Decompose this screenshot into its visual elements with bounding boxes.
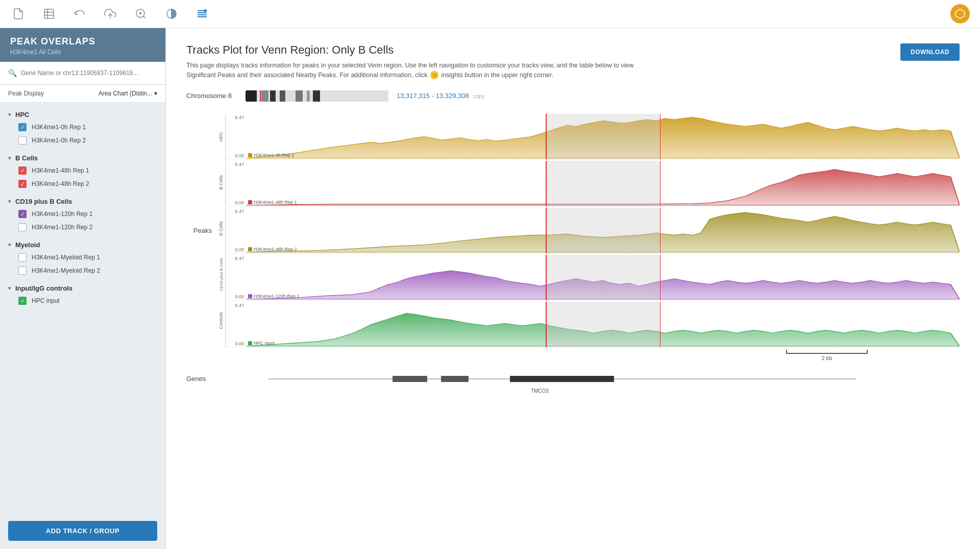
copy-button[interactable]: copy xyxy=(473,93,485,99)
track-name: H3K4me1-48h Rep 1 xyxy=(32,167,89,174)
sidebar: PEAK OVERLAPS H3K4me1 All Cells 🔍 Peak D… xyxy=(0,28,166,549)
sidebar-title: PEAK OVERLAPS xyxy=(10,36,155,47)
track-groups-list: ▾ HPC ✓ H3K4me1-0h Rep 1 H3K4me1-0h Rep … xyxy=(0,103,165,513)
side-label-bcells2: B Cells xyxy=(217,206,225,252)
chromosome-label: Chromosome 8 xyxy=(186,92,237,100)
track-checkbox[interactable] xyxy=(18,253,27,261)
track-item[interactable]: ✓ H3K4me1-48h Rep 2 xyxy=(0,177,165,190)
track-name: H3K4me1-120h Rep 1 xyxy=(32,210,92,218)
track-legend-cd19: H3K4me1-120h Rep 1 xyxy=(248,294,300,299)
gene-name: TMCO3 xyxy=(531,388,549,394)
group-name-hpc: HPC xyxy=(15,111,29,118)
search-input[interactable] xyxy=(21,69,157,77)
app-icon[interactable] xyxy=(950,4,970,23)
track-name: H3K4me1-48h Rep 2 xyxy=(32,180,89,187)
track-legend-controls: HPC input xyxy=(248,341,275,346)
download-button[interactable]: DOWNLOAD xyxy=(900,43,960,61)
y-axis-controls: 6.47 0.00 xyxy=(226,302,246,347)
track-checkbox[interactable] xyxy=(18,267,27,275)
tracks-area: Peaks HPC B Cells B Cells CD19 plus xyxy=(186,114,960,348)
side-label-bcells1: B Cells xyxy=(217,160,225,206)
page-header-left: Tracks Plot for Venn Region: Only B Cell… xyxy=(186,43,646,80)
track-chart-bcells1: 6.47 0.00 xyxy=(225,161,960,207)
charts-column: 6.47 0.00 xyxy=(225,114,960,348)
chromosome-bar xyxy=(246,90,388,102)
track-chart-hpc: 6.47 0.00 xyxy=(225,114,960,160)
track-item[interactable]: H3K4me1-Myeloid Rep 1 xyxy=(0,251,165,264)
track-checkbox[interactable]: ✓ xyxy=(18,166,27,175)
chromosome-position[interactable]: 13,317,315 - 13,329,308 copy xyxy=(397,92,485,100)
track-name: H3K4me1-0h Rep 1 xyxy=(32,124,86,131)
group-header-controls[interactable]: ▾ Input/IgG controls xyxy=(0,280,165,294)
peak-display-dropdown[interactable]: Area Chart (Distin... ▾ xyxy=(99,90,157,97)
chevron-icon: ▾ xyxy=(8,155,11,161)
contrast-icon[interactable] xyxy=(163,6,180,22)
group-name-controls: Input/IgG controls xyxy=(15,284,72,292)
y-axis-bcells1: 6.47 0.00 xyxy=(226,161,246,206)
group-header-hpc[interactable]: ▾ HPC xyxy=(0,107,165,121)
gene-block-main xyxy=(510,376,614,382)
side-label-cd19: CD19 plus B Cells xyxy=(217,252,225,298)
sidebar-search-row: 🔍 xyxy=(0,62,165,85)
group-header-bcells[interactable]: ▾ B Cells xyxy=(0,150,165,164)
track-checkbox[interactable]: ✓ xyxy=(18,210,27,218)
track-name: HPC input xyxy=(32,297,60,304)
group-header-cd19[interactable]: ▾ CD19 plus B Cells xyxy=(0,194,165,207)
sidebar-header: PEAK OVERLAPS H3K4me1 All Cells xyxy=(0,28,165,62)
track-legend-bcells1: H3K4me1-48h Rep 1 xyxy=(248,200,297,205)
toolbar xyxy=(0,0,980,28)
gene-block-1 xyxy=(393,376,427,382)
tracks-plot-area: HPC B Cells B Cells CD19 plus B Cells Co… xyxy=(217,114,960,348)
side-labels-column: HPC B Cells B Cells CD19 plus B Cells Co… xyxy=(217,114,225,348)
chart-area-hpc xyxy=(246,114,960,159)
track-item[interactable]: ✓ HPC input xyxy=(0,294,165,307)
search-zoom-icon[interactable] xyxy=(133,6,149,22)
cloud-upload-icon[interactable] xyxy=(102,6,118,22)
track-item[interactable]: H3K4me1-0h Rep 2 xyxy=(0,134,165,147)
y-axis-cd19: 6.47 0.00 xyxy=(226,255,246,300)
chromosome-row: Chromosome 8 xyxy=(186,90,960,102)
svg-rect-0 xyxy=(44,9,54,18)
y-axis-bcells2: 6.47 0.00 xyxy=(226,208,246,253)
track-checkbox[interactable] xyxy=(18,136,27,145)
sidebar-subtitle: H3K4me1 All Cells xyxy=(10,49,155,56)
track-chart-controls: 6.47 0.00 xyxy=(225,302,960,348)
track-item[interactable]: ✓ H3K4me1-120h Rep 1 xyxy=(0,207,165,221)
chevron-icon: ▾ xyxy=(8,198,11,205)
chevron-icon: ▾ xyxy=(8,285,11,292)
group-header-myeloid[interactable]: ▾ Myeloid xyxy=(0,237,165,251)
peaks-label-container: Peaks xyxy=(186,114,217,348)
peaks-label: Peaks xyxy=(193,227,212,234)
track-item[interactable]: ✓ H3K4me1-48h Rep 1 xyxy=(0,164,165,177)
page-title: Tracks Plot for Venn Region: Only B Cell… xyxy=(186,43,646,57)
table-icon[interactable] xyxy=(41,6,57,22)
side-label-controls: Controls xyxy=(217,298,225,344)
page-description: This page displays tracks information fo… xyxy=(186,61,646,80)
track-item[interactable]: ✓ H3K4me1-0h Rep 1 xyxy=(0,121,165,134)
peak-display-row: Peak Display Area Chart (Distin... ▾ xyxy=(0,85,165,103)
chart-svg-hpc xyxy=(246,114,960,159)
svg-marker-14 xyxy=(955,9,964,18)
chart-svg-bcells1 xyxy=(246,161,960,206)
track-checkbox[interactable] xyxy=(18,223,27,231)
chevron-icon: ▾ xyxy=(8,111,11,118)
track-checkbox[interactable]: ✓ xyxy=(18,123,27,131)
svg-line-6 xyxy=(143,16,145,18)
undo-icon[interactable] xyxy=(71,6,88,22)
genes-label: Genes xyxy=(186,375,242,383)
group-name-bcells: B Cells xyxy=(15,154,38,162)
tracks-active-icon[interactable] xyxy=(194,6,210,22)
track-checkbox[interactable]: ✓ xyxy=(18,297,27,305)
gene-block-2 xyxy=(441,376,469,382)
chart-area-bcells1 xyxy=(246,161,960,206)
y-axis-hpc: 6.47 0.00 xyxy=(226,114,246,159)
track-checkbox[interactable]: ✓ xyxy=(18,180,27,188)
document-icon[interactable] xyxy=(10,6,27,22)
track-item[interactable]: H3K4me1-120h Rep 2 xyxy=(0,221,165,234)
peak-display-label: Peak Display xyxy=(8,90,44,97)
scale-bar-wrapper: 2 kb xyxy=(786,350,868,361)
page-header: Tracks Plot for Venn Region: Only B Cell… xyxy=(186,43,960,80)
add-track-group-button[interactable]: ADD TRACK / GROUP xyxy=(8,521,157,541)
track-item[interactable]: H3K4me1-Myeloid Rep 2 xyxy=(0,264,165,277)
genes-row: Genes TMCO3 xyxy=(186,371,960,387)
